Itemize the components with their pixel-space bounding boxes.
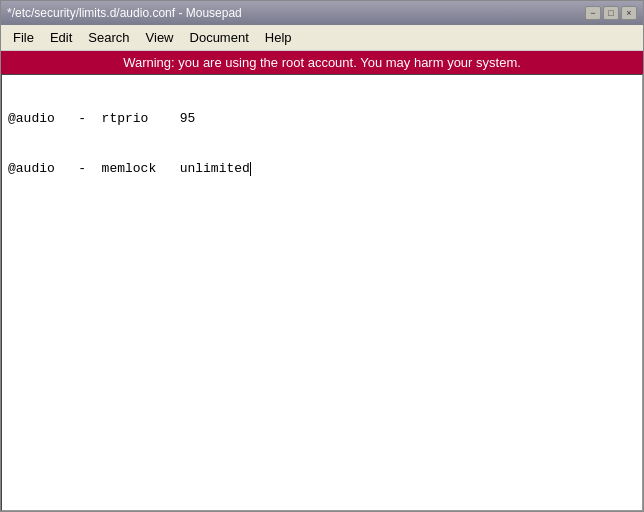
menu-view[interactable]: View: [138, 28, 182, 47]
warning-banner: Warning: you are using the root account.…: [1, 51, 643, 74]
warning-text: Warning: you are using the root account.…: [123, 55, 521, 70]
window-title: */etc/security/limits.d/audio.conf - Mou…: [7, 6, 242, 20]
menu-help[interactable]: Help: [257, 28, 300, 47]
window-controls: − □ ×: [585, 6, 637, 20]
text-editor[interactable]: @audio - rtprio 95 @audio - memlock unli…: [1, 74, 643, 511]
maximize-button[interactable]: □: [603, 6, 619, 20]
editor-line-2: @audio - memlock unlimited: [8, 159, 636, 179]
main-window: */etc/security/limits.d/audio.conf - Mou…: [0, 0, 644, 512]
menu-bar: File Edit Search View Document Help: [1, 25, 643, 51]
menu-search[interactable]: Search: [80, 28, 137, 47]
close-button[interactable]: ×: [621, 6, 637, 20]
menu-edit[interactable]: Edit: [42, 28, 80, 47]
editor-line-1: @audio - rtprio 95: [8, 109, 636, 129]
title-bar: */etc/security/limits.d/audio.conf - Mou…: [1, 1, 643, 25]
text-cursor: [250, 162, 251, 176]
menu-file[interactable]: File: [5, 28, 42, 47]
minimize-button[interactable]: −: [585, 6, 601, 20]
menu-document[interactable]: Document: [182, 28, 257, 47]
